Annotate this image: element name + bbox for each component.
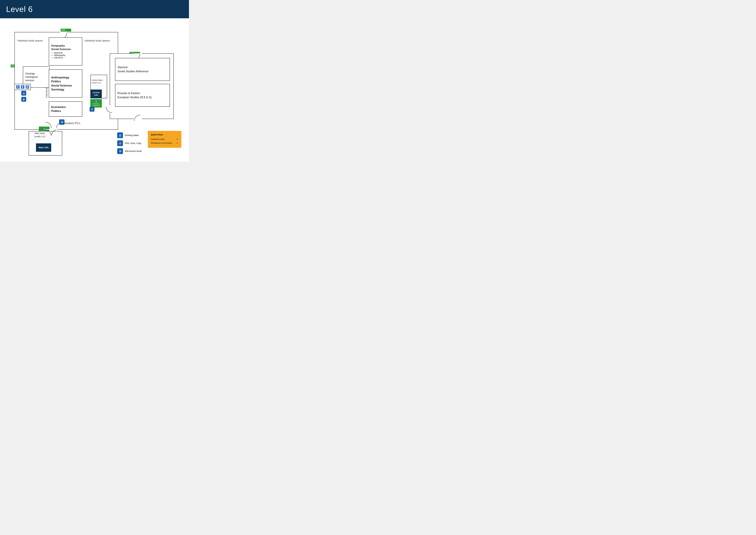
quiet-individual-label: Individual study — [151, 138, 165, 140]
male-icon: 🚹 — [16, 85, 20, 89]
accessible-icon: ♿ — [25, 85, 29, 89]
door-gap-bottom-right — [110, 105, 110, 113]
emergency-refuge: ♿ Emergencyrefuge point — [90, 99, 102, 107]
slavonic-room: SlavonicSoviet Studies Reference — [115, 58, 170, 81]
door-gap-stairs-bottom — [45, 129, 58, 130]
door-gap-right-bottom — [134, 119, 142, 119]
printer-icon-left: 🖨 — [21, 91, 26, 96]
student-pcs-label: Student PCs — [64, 121, 80, 126]
main-content: EXIT 🚶 EXIT 🚶 EXIT 🚶 EXIT 🚶 Individual s… — [0, 18, 189, 162]
door-top — [60, 32, 68, 33]
printer-icon-center: 🖨 — [90, 107, 94, 112]
geography-title: GeographySocial Sciences — [51, 44, 71, 51]
legend-water-item: 💧 Drinking Water — [117, 132, 142, 138]
door-gap-bottom-2 — [56, 129, 57, 136]
geology-title: GeologyGeologicalsurveys — [25, 72, 38, 82]
legend-print-item: 🖨 Print, Scan, Copy — [117, 140, 142, 146]
female-icon: 🚺 — [21, 85, 25, 89]
quiet-whispered: Whispered conversation ✓ — [151, 142, 178, 144]
door-arc-bottom-stairs-1 — [45, 130, 51, 135]
anthropology-title: AnthropologyPoliticsSocial SciencesSocio… — [51, 75, 72, 91]
central-lifts-box: Central Lifts — [90, 90, 102, 99]
door-gap-right-top — [134, 53, 142, 54]
kiosk-icon-bottom: 🖥 — [59, 119, 65, 125]
door-gap-bottom-1 — [49, 129, 50, 136]
facility-icons-box: 🚹 🚺 ♿ — [14, 84, 31, 90]
quiet-floor-box: Quiet Floor Individual study ✓ Whispered… — [148, 131, 181, 148]
geography-room: GeographySocial Sciences abstracts bibli… — [49, 37, 82, 66]
quiet-individual-study: Individual study ✓ — [151, 138, 178, 141]
legend-water-label: Drinking Water — [125, 134, 139, 136]
anthropology-room: AnthropologyPoliticsSocial SciencesSocio… — [49, 70, 82, 98]
geography-list: abstracts bibliography reference — [51, 51, 66, 59]
legend-print-icon: 🖨 — [117, 140, 123, 146]
russian-room: Russian & EasternEuropean Studies (R.E.E… — [115, 84, 170, 107]
legend-kiosk-label: Self-service Kiosk — [125, 150, 142, 152]
central-stairs-label: Central StairsLevels 2-11 — [91, 79, 103, 84]
russian-title: Russian & EasternEuropean Studies (R.E.E… — [118, 91, 151, 99]
slavonic-title: SlavonicSoviet Studies Reference — [118, 65, 148, 73]
header: Level 6 — [0, 0, 189, 18]
individual-study-label-top-right: Individual study spaces — [85, 39, 110, 42]
legend-area: 💧 Drinking Water 🖨 Print, Scan, Copy 🖥 S… — [117, 131, 181, 154]
economics-room: EconomicsPolitics — [49, 101, 82, 117]
legend-print-label: Print, Scan, Copy — [125, 142, 141, 144]
quiet-whispered-check: ✓ — [176, 142, 178, 144]
quiet-individual-check: ✓ — [176, 138, 178, 141]
main-stairs-label: Main stairsLevels 1-12 — [34, 132, 45, 138]
legend-kiosk-item: 🖥 Self-service Kiosk — [117, 148, 142, 154]
floor-plan: EXIT 🚶 EXIT 🚶 EXIT 🚶 EXIT 🚶 Individual s… — [6, 23, 183, 155]
page-title: Level 6 — [6, 5, 33, 14]
legend-water-icon: 💧 — [117, 132, 123, 138]
main-lifts-box: Main Lifts — [36, 143, 51, 152]
quiet-whispered-label: Whispered conversation — [151, 142, 172, 144]
individual-study-label-top-left: Individual study spaces — [17, 39, 43, 42]
economics-title: EconomicsPolitics — [51, 105, 66, 113]
exit-sign-top: EXIT 🚶 — [61, 29, 71, 32]
legend-kiosk-icon: 🖥 — [117, 148, 123, 154]
water-icon-left: 💧 — [21, 97, 26, 102]
quiet-floor-title: Quiet Floor — [151, 133, 178, 136]
legend-icons-list: 💧 Drinking Water 🖨 Print, Scan, Copy 🖥 S… — [117, 131, 142, 154]
